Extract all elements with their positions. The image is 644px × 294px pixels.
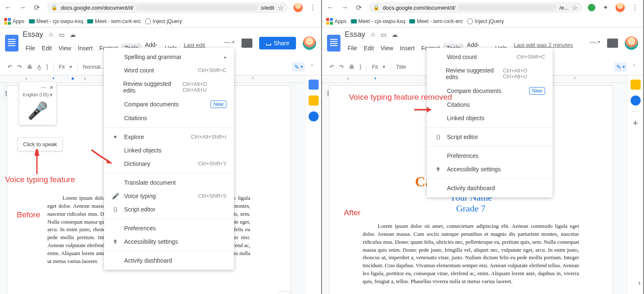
doc-title[interactable]: Essay: [345, 30, 365, 39]
address-bar[interactable]: 🔒 docs.google.com/document/d/ o/edit ☆: [47, 2, 288, 13]
tools-item[interactable]: Citations: [427, 98, 553, 111]
tools-item[interactable]: Activity dashboard: [104, 254, 234, 267]
paint-icon[interactable]: ⟆: [46, 64, 48, 70]
bookmark-meet1[interactable]: Meet - cjx-owpu-kxq: [29, 18, 83, 24]
forward-icon[interactable]: →: [18, 3, 27, 12]
profile-avatar[interactable]: [293, 3, 303, 12]
extensions-icon[interactable]: ✦: [601, 4, 610, 11]
cloud-icon[interactable]: ☁: [392, 31, 398, 39]
tools-item[interactable]: DictionaryCtrl+Shift+Y: [104, 157, 234, 170]
trend-icon[interactable]: 〰↗: [224, 39, 235, 47]
menu-file[interactable]: File: [23, 44, 38, 53]
page-next-icon[interactable]: ›: [638, 279, 641, 287]
sidebar-keep-icon[interactable]: [309, 95, 319, 106]
reload-icon[interactable]: ⟳: [355, 3, 363, 12]
back-icon[interactable]: ←: [4, 3, 13, 12]
tools-item[interactable]: Compare documentsNew: [427, 84, 553, 98]
print-icon[interactable]: 🖶: [27, 64, 32, 70]
paint-icon[interactable]: ⟆: [359, 64, 361, 70]
cloud-icon[interactable]: ☁: [70, 31, 76, 39]
tools-item[interactable]: Word countCtrl+Shift+C: [104, 64, 234, 77]
edit-mode-button[interactable]: ✎ ▾: [292, 62, 305, 72]
account-avatar[interactable]: [625, 36, 638, 50]
sidebar-tasks-icon[interactable]: [631, 95, 641, 106]
chrome-menu-icon[interactable]: ⋮: [631, 3, 639, 12]
redo-icon[interactable]: ↷: [339, 64, 344, 70]
comments-icon[interactable]: [242, 39, 252, 48]
profile-avatar[interactable]: [615, 3, 625, 12]
chrome-menu-icon[interactable]: ⋮: [309, 3, 317, 12]
tools-item[interactable]: ✟Accessibility settings: [104, 235, 234, 248]
share-button[interactable]: Share: [259, 37, 296, 49]
tools-item[interactable]: ⟨⟩Script editor: [427, 130, 553, 144]
edit-mode-button[interactable]: ✎ ▾: [614, 62, 627, 72]
menu-edit[interactable]: Edit: [39, 44, 55, 53]
back-icon[interactable]: ←: [326, 3, 335, 12]
bookmark-inject[interactable]: Inject jQuery: [145, 18, 182, 24]
sidebar-tasks-icon[interactable]: [309, 111, 319, 121]
extension-icon[interactable]: [588, 4, 595, 11]
voice-options-icon[interactable]: ⋯: [41, 85, 46, 90]
tools-item[interactable]: Activity dashboard: [427, 181, 553, 195]
tools-item[interactable]: ⟨⟩Script editor: [104, 203, 234, 216]
address-bar[interactable]: 🔒 docs.google.com/document/d/ /e... ☆: [369, 2, 582, 13]
bookmark-apps[interactable]: Apps: [4, 18, 25, 25]
collapse-icon[interactable]: ˄: [633, 64, 636, 70]
bookmark-inject[interactable]: Inject jQuery: [467, 18, 504, 24]
docs-logo-icon[interactable]: [5, 35, 18, 52]
style-select[interactable]: Title: [396, 64, 406, 70]
collapse-icon[interactable]: ˄: [311, 64, 314, 70]
undo-icon[interactable]: ↶: [8, 64, 12, 70]
menu-file[interactable]: File: [345, 44, 360, 53]
voice-language-select[interactable]: English (US) ▾: [21, 91, 55, 98]
zoom-select[interactable]: Fit: [59, 64, 65, 70]
account-avatar[interactable]: [303, 36, 316, 50]
comments-icon[interactable]: [607, 39, 618, 48]
menu-edit[interactable]: Edit: [361, 44, 377, 53]
docs-logo-icon[interactable]: [327, 35, 340, 52]
redo-icon[interactable]: ↷: [17, 64, 22, 70]
print-icon[interactable]: 🖶: [349, 64, 354, 70]
trend-icon[interactable]: 〰↗: [589, 39, 600, 47]
bookmark-meet2[interactable]: Meet - iwm-cxrk-erc: [409, 18, 463, 24]
tools-item[interactable]: Review suggested editsCtrl+Alt+O Ctrl+Al…: [427, 64, 553, 84]
star-icon[interactable]: ☆: [278, 4, 283, 12]
forward-icon[interactable]: →: [340, 3, 349, 12]
zoom-select[interactable]: Fit: [372, 64, 378, 70]
star-doc-icon[interactable]: ☆: [48, 31, 54, 39]
tools-item[interactable]: Linked objects: [104, 144, 234, 157]
menu-view[interactable]: View: [378, 44, 396, 53]
style-select[interactable]: Normal...: [83, 64, 105, 70]
doc-subtitle-grade[interactable]: Grade 7: [363, 203, 579, 214]
tools-item[interactable]: Preferences: [104, 222, 234, 235]
tools-item[interactable]: Word countCtrl+Shift+C: [427, 50, 553, 64]
sidebar-calendar-icon[interactable]: [309, 80, 319, 90]
tools-item[interactable]: ✦ExploreCtrl+Alt+Shift+I: [104, 130, 234, 144]
doc-title[interactable]: Essay: [23, 30, 43, 39]
menu-insert[interactable]: Insert: [397, 44, 418, 53]
tools-item[interactable]: ✟Accessibility settings: [427, 162, 553, 176]
bookmark-apps[interactable]: Apps: [326, 18, 347, 25]
reload-icon[interactable]: ⟳: [33, 3, 41, 12]
bookmark-meet2[interactable]: Meet - iwm-cxrk-erc: [87, 18, 141, 24]
explore-fab-icon[interactable]: ✦: [278, 291, 291, 294]
tools-item[interactable]: 🎤Voice typingCtrl+Shift+S: [104, 189, 234, 203]
bookmark-meet1[interactable]: Meet - cjx-owpu-kxq: [351, 18, 405, 24]
voice-typing-box[interactable]: ⋯✕ English (US) ▾ 🎤: [19, 82, 56, 125]
tools-item[interactable]: Spelling and grammar▸: [104, 50, 234, 64]
undo-icon[interactable]: ↶: [330, 64, 334, 70]
menu-view[interactable]: View: [56, 44, 74, 53]
sidebar-keep-icon[interactable]: [631, 80, 641, 90]
microphone-icon[interactable]: 🎤: [21, 98, 55, 123]
menu-insert[interactable]: Insert: [75, 44, 96, 53]
sidebar-add-icon[interactable]: +: [633, 118, 638, 129]
star-icon[interactable]: ☆: [572, 4, 578, 12]
voice-close-icon[interactable]: ✕: [49, 85, 54, 90]
tools-item[interactable]: Preferences: [427, 149, 553, 162]
tools-item[interactable]: Linked objects: [427, 111, 553, 125]
tools-item[interactable]: Translate document: [104, 176, 234, 189]
doc-body[interactable]: Lorem ipsum dolor sit amet, consectetuer…: [363, 222, 579, 286]
star-doc-icon[interactable]: ☆: [370, 31, 376, 39]
spellcheck-icon[interactable]: A̲: [37, 64, 41, 70]
move-folder-icon[interactable]: ▭: [381, 31, 387, 39]
